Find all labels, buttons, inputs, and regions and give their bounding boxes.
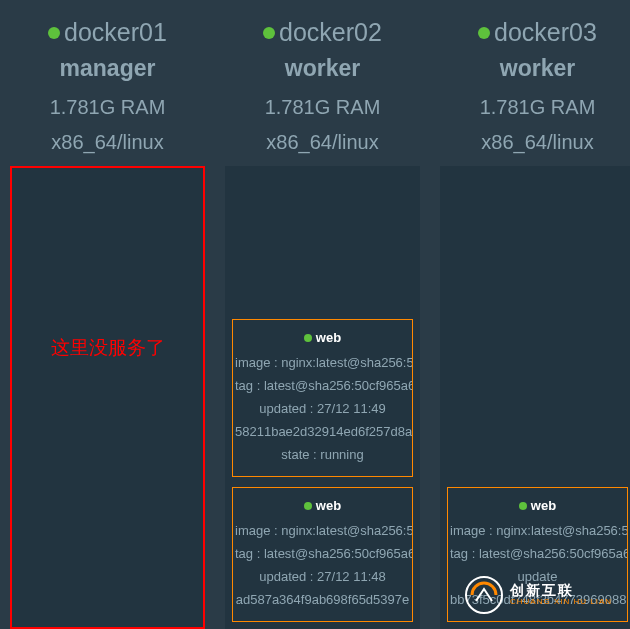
node-ram: 1.781G RAM: [263, 96, 382, 119]
node-arch: x86_64/linux: [263, 131, 382, 154]
service-image: image : nginx:latest@sha256:5: [233, 351, 412, 374]
service-image: image : nginx:latest@sha256:5: [448, 519, 627, 542]
service-title-row: web: [233, 330, 412, 345]
service-name: web: [316, 330, 341, 345]
service-tag: tag : latest@sha256:50cf965a6: [233, 374, 412, 397]
node-role: worker: [478, 55, 597, 82]
node-header: docker02 worker 1.781G RAM x86_64/linux: [263, 18, 382, 154]
service-name: web: [316, 498, 341, 513]
node-name: docker01: [64, 18, 167, 47]
service-tag: tag : latest@sha256:50cf965a6: [233, 542, 412, 565]
service-card[interactable]: web image : nginx:latest@sha256:5 tag : …: [232, 319, 413, 477]
service-id: 58211bae2d32914ed6f257d8a: [233, 420, 412, 443]
watermark: 创新互联 CHUANG XIN HU LIAN: [454, 569, 622, 621]
node-name: docker03: [494, 18, 597, 47]
service-image: image : nginx:latest@sha256:5: [233, 519, 412, 542]
service-updated: updated : 27/12 11:48: [233, 565, 412, 588]
status-dot-icon: [48, 27, 60, 39]
node-name: docker02: [279, 18, 382, 47]
service-state: state : running: [233, 443, 412, 466]
service-title-row: web: [233, 498, 412, 513]
status-dot-icon: [263, 27, 275, 39]
status-dot-icon: [478, 27, 490, 39]
node-services-box: web image : nginx:latest@sha256:5 tag : …: [440, 166, 630, 629]
nodes-row: docker01 manager 1.781G RAM x86_64/linux…: [0, 0, 630, 629]
service-tag: tag : latest@sha256:50cf965a6: [448, 542, 627, 565]
status-dot-icon: [519, 502, 527, 510]
watermark-text: 创新互联 CHUANG XIN HU LIAN: [510, 583, 612, 607]
node-header: docker03 worker 1.781G RAM x86_64/linux: [478, 18, 597, 154]
node-role: manager: [48, 55, 167, 82]
service-name: web: [531, 498, 556, 513]
service-id: ad587a364f9ab698f65d5397e: [233, 588, 412, 611]
node-header: docker01 manager 1.781G RAM x86_64/linux: [48, 18, 167, 154]
node-docker03: docker03 worker 1.781G RAM x86_64/linux …: [440, 18, 630, 629]
node-name-row: docker01: [48, 18, 167, 47]
watermark-logo-icon: [464, 575, 504, 615]
node-arch: x86_64/linux: [478, 131, 597, 154]
watermark-cn: 创新互联: [510, 583, 612, 598]
node-role: worker: [263, 55, 382, 82]
service-card[interactable]: web image : nginx:latest@sha256:5 tag : …: [232, 487, 413, 622]
node-services-box: web image : nginx:latest@sha256:5 tag : …: [225, 166, 420, 629]
node-services-box: 这里没服务了: [10, 166, 205, 629]
node-name-row: docker03: [478, 18, 597, 47]
status-dot-icon: [304, 334, 312, 342]
node-arch: x86_64/linux: [48, 131, 167, 154]
node-docker01: docker01 manager 1.781G RAM x86_64/linux…: [10, 18, 205, 629]
status-dot-icon: [304, 502, 312, 510]
node-docker02: docker02 worker 1.781G RAM x86_64/linux …: [225, 18, 420, 629]
service-updated: updated : 27/12 11:49: [233, 397, 412, 420]
highlight-annotation: 这里没服务了: [51, 335, 165, 361]
node-ram: 1.781G RAM: [478, 96, 597, 119]
node-name-row: docker02: [263, 18, 382, 47]
service-title-row: web: [448, 498, 627, 513]
node-ram: 1.781G RAM: [48, 96, 167, 119]
watermark-en: CHUANG XIN HU LIAN: [510, 598, 612, 607]
